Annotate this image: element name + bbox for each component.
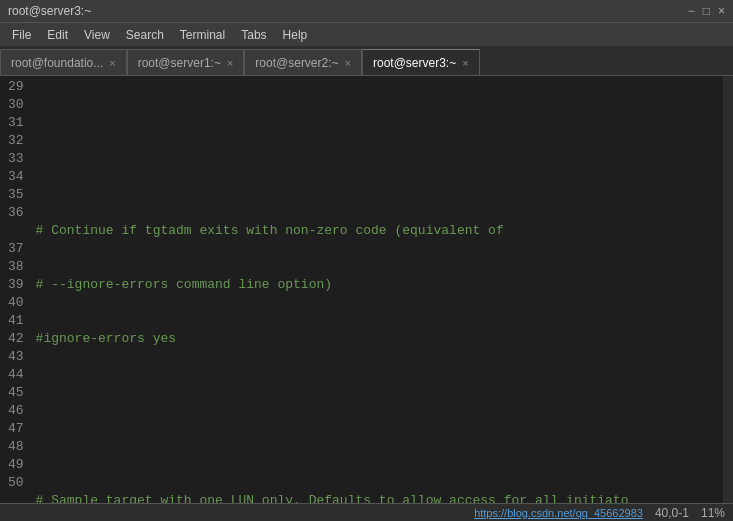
code-content[interactable]: # Continue if tgtadm exits with non-zero… (32, 76, 723, 503)
tab-server3-label: root@server3:~ (373, 56, 456, 70)
tab-foundation-close[interactable]: × (109, 57, 115, 69)
tab-server3-close[interactable]: × (462, 57, 468, 69)
tab-bar: root@foundatio... × root@server1:~ × roo… (0, 46, 733, 76)
tab-server2[interactable]: root@server2:~ × (244, 49, 362, 75)
status-link[interactable]: https://blog.csdn.net/qq_45662983 (474, 507, 643, 519)
line-numbers: 29 30 31 32 33 34 35 36 36 37 38 39 40 4… (0, 76, 32, 503)
menu-view[interactable]: View (76, 26, 118, 44)
tab-server1[interactable]: root@server1:~ × (127, 49, 245, 75)
menu-tabs[interactable]: Tabs (233, 26, 274, 44)
maximize-button[interactable]: □ (703, 4, 710, 18)
menu-edit[interactable]: Edit (39, 26, 76, 44)
close-button[interactable]: × (718, 4, 725, 18)
minimize-button[interactable]: − (688, 4, 695, 18)
tab-foundation-label: root@foundatio... (11, 56, 103, 70)
scrollbar[interactable] (723, 76, 733, 503)
status-bar: https://blog.csdn.net/qq_45662983 40,0-1… (0, 503, 733, 521)
status-percent: 11% (701, 506, 725, 520)
tab-server3[interactable]: root@server3:~ × (362, 49, 480, 75)
title-bar-title: root@server3:~ (8, 4, 91, 18)
title-bar-controls: − □ × (688, 4, 725, 18)
menu-terminal[interactable]: Terminal (172, 26, 233, 44)
status-position: 40,0-1 (655, 506, 689, 520)
content-area: 29 30 31 32 33 34 35 36 36 37 38 39 40 4… (0, 76, 733, 503)
menu-search[interactable]: Search (118, 26, 172, 44)
tab-server2-label: root@server2:~ (255, 56, 338, 70)
tab-server1-label: root@server1:~ (138, 56, 221, 70)
menu-file[interactable]: File (4, 26, 39, 44)
menu-help[interactable]: Help (275, 26, 316, 44)
title-bar: root@server3:~ − □ × (0, 0, 733, 22)
tab-server1-close[interactable]: × (227, 57, 233, 69)
tab-foundation[interactable]: root@foundatio... × (0, 49, 127, 75)
code-container: 29 30 31 32 33 34 35 36 36 37 38 39 40 4… (0, 76, 733, 503)
tab-server2-close[interactable]: × (345, 57, 351, 69)
menu-bar: File Edit View Search Terminal Tabs Help (0, 22, 733, 46)
